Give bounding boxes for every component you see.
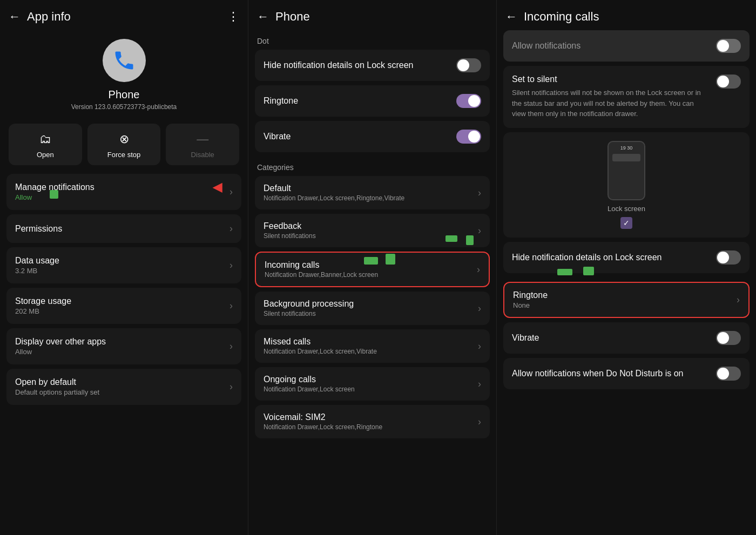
data-usage-text: Data usage 3.2 MB [15, 256, 230, 275]
allow-notifications-row: Allow notifications [503, 30, 750, 62]
back-icon[interactable]: ← [9, 10, 21, 24]
force-stop-icon: ⊗ [119, 132, 129, 146]
menu-icon[interactable]: ⋮ [227, 10, 239, 24]
cat-missed-title: Missed calls [264, 337, 478, 347]
manage-notif-title: Manage notifications [15, 182, 230, 192]
annotation-green-3 [466, 235, 474, 245]
vibrate-toggle-row: Vibrate [255, 121, 490, 152]
ringtone-toggle[interactable] [456, 94, 481, 108]
disable-button[interactable]: — Disable [166, 124, 239, 165]
category-feedback[interactable]: Feedback Silent notifications › [255, 214, 490, 247]
manage-notif-text: Manage notifications Allow [15, 182, 230, 201]
storage-usage-title: Storage usage [15, 296, 230, 306]
cat-voicemail-sub: Notification Drawer,Lock screen,Ringtone [264, 423, 478, 431]
set-silent-text: Set to silent Silent notifications will … [512, 75, 710, 119]
cat-incoming-sub: Notification Drawer,Banner,Lock screen [265, 271, 477, 279]
permissions-item[interactable]: Permissions › [6, 214, 241, 243]
category-incoming-calls[interactable]: Incoming calls Notification Drawer,Banne… [255, 252, 490, 287]
cat-feedback-title: Feedback [264, 221, 478, 231]
force-stop-label: Force stop [107, 151, 140, 159]
dnd-toggle-row: Allow notifications when Do Not Disturb … [503, 358, 750, 389]
storage-usage-sub: 202 MB [15, 307, 230, 315]
cat-missed-sub: Notification Drawer,Lock screen,Vibrate [264, 348, 478, 355]
force-stop-button[interactable]: ⊗ Force stop [87, 124, 161, 165]
storage-usage-item[interactable]: Storage usage 202 MB › [6, 288, 241, 324]
incoming-calls-panel: ← Incoming calls Allow notifications Set… [497, 0, 756, 535]
set-to-silent-card: Set to silent Silent notifications will … [503, 66, 750, 128]
app-version: Version 123.0.605723773-publicbeta [71, 103, 177, 111]
vibrate-label: Vibrate [264, 132, 456, 141]
cat-default-sub: Notification Drawer,Lock screen,Ringtone… [264, 194, 478, 202]
display-over-sub: Allow [15, 348, 230, 356]
open-button[interactable]: 🗂 Open [9, 124, 82, 165]
open-icon: 🗂 [39, 132, 51, 146]
chevron-icon: › [477, 264, 480, 275]
app-info-scroll: Manage notifications Allow ◀ › Permissio… [0, 174, 248, 535]
hide-lock-toggle-row: Hide notification details on Lock screen [255, 50, 490, 81]
ringtone-row[interactable]: Ringtone None › [503, 282, 750, 318]
cat-ongoing-sub: Notification Drawer,Lock screen [264, 385, 478, 393]
phone-mockup-card: 19 30 Lock screen [503, 132, 750, 238]
chevron-icon: › [230, 223, 233, 234]
data-usage-item[interactable]: Data usage 3.2 MB › [6, 247, 241, 283]
lock-screen-label: Lock screen [608, 205, 645, 213]
set-silent-desc: Silent notifications will not be shown o… [512, 87, 710, 119]
lock-screen-checkbox[interactable] [620, 217, 632, 229]
category-ongoing-calls[interactable]: Ongoing calls Notification Drawer,Lock s… [255, 367, 490, 401]
phone-notifications-panel: ← Phone Dot Hide notification details on… [248, 0, 497, 535]
phone-icon [112, 49, 136, 72]
app-info-panel: ← App info ⋮ Phone Version 123.0.6057237… [0, 0, 248, 535]
cat-ongoing-title: Ongoing calls [264, 375, 478, 384]
display-over-item[interactable]: Display over other apps Allow › [6, 328, 241, 364]
hide-lock-toggle-right[interactable] [716, 250, 741, 265]
set-silent-title: Set to silent [512, 75, 710, 84]
allow-notifications-toggle[interactable] [716, 39, 741, 53]
ringtone-text: Ringtone None [513, 290, 737, 309]
disable-icon: — [197, 132, 208, 146]
hide-lock-toggle-row-right: Hide notification details on Lock screen [503, 242, 750, 273]
back-icon[interactable]: ← [257, 10, 269, 24]
red-arrow-icon: ◀ [213, 180, 222, 194]
chevron-icon: › [478, 416, 481, 428]
incoming-calls-header: ← Incoming calls [497, 0, 756, 30]
cat-ongoing-text: Ongoing calls Notification Drawer,Lock s… [264, 375, 478, 393]
data-usage-title: Data usage [15, 256, 230, 266]
page-title: App info [27, 10, 221, 24]
chevron-icon: › [737, 294, 740, 306]
open-default-item[interactable]: Open by default Default options partiall… [6, 369, 241, 405]
ringtone-sub: None [513, 301, 737, 309]
display-over-text: Display over other apps Allow [15, 337, 230, 356]
annotation-green-6 [557, 269, 572, 275]
hide-lock-toggle[interactable] [456, 58, 481, 72]
annotation-green-2 [446, 235, 457, 242]
hide-lock-label: Hide notification details on Lock screen [264, 60, 456, 70]
ringtone-title: Ringtone [513, 290, 737, 300]
cat-default-title: Default [264, 184, 478, 193]
phone-mockup: 19 30 [608, 141, 645, 200]
back-icon[interactable]: ← [505, 10, 517, 24]
permissions-text: Permissions [15, 224, 230, 234]
category-voicemail[interactable]: Voicemail: SIM2 Notification Drawer,Lock… [255, 405, 490, 438]
page-title: Incoming calls [524, 10, 747, 24]
vibrate-toggle[interactable] [456, 130, 481, 144]
vibrate-toggle-right[interactable] [716, 331, 741, 345]
phone-header: ← Phone [248, 0, 496, 30]
app-icon [103, 39, 146, 82]
storage-usage-text: Storage usage 202 MB [15, 296, 230, 315]
category-missed-calls[interactable]: Missed calls Notification Drawer,Lock sc… [255, 329, 490, 363]
open-default-title: Open by default [15, 377, 230, 387]
chevron-icon: › [478, 341, 481, 352]
annotation-green-7 [583, 267, 594, 275]
set-silent-toggle[interactable] [716, 75, 741, 89]
category-background[interactable]: Background processing Silent notificatio… [255, 292, 490, 325]
chevron-icon: › [478, 303, 481, 314]
app-info-top: Phone Version 123.0.605723773-publicbeta [0, 30, 248, 124]
cat-voicemail-title: Voicemail: SIM2 [264, 412, 478, 422]
dot-label: Dot [248, 30, 496, 50]
dnd-toggle[interactable] [716, 367, 741, 381]
annotation-green-5 [386, 254, 395, 265]
chevron-icon: › [230, 186, 233, 198]
category-default[interactable]: Default Notification Drawer,Lock screen,… [255, 176, 490, 209]
chevron-icon: › [478, 187, 481, 199]
manage-notifications-item[interactable]: Manage notifications Allow ◀ › [6, 174, 241, 210]
